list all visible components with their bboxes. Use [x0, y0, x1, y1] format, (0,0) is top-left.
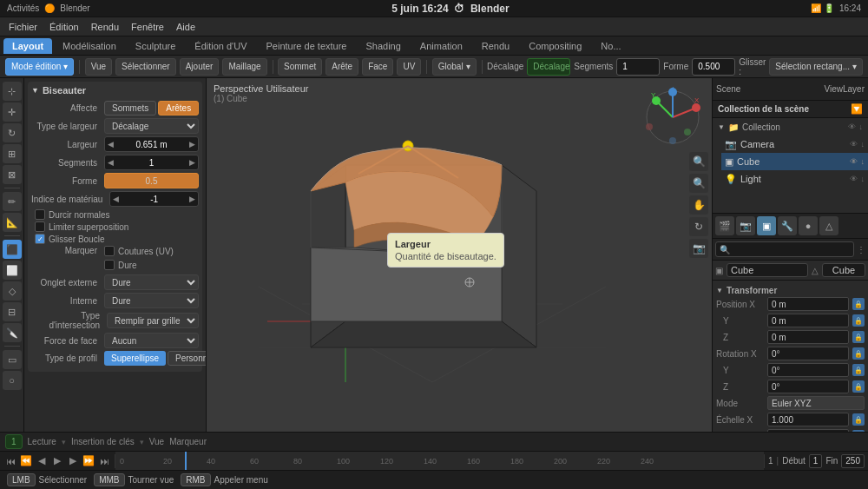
cube-vis[interactable]: 👁 — [850, 157, 858, 166]
tab-animation[interactable]: Animation — [411, 38, 471, 54]
menu-fenetre[interactable]: Fenêtre — [126, 20, 169, 34]
props-tab-scene[interactable]: 🎬 — [715, 216, 734, 235]
pos-y-value[interactable]: 0 m — [767, 314, 849, 327]
outliner-cube[interactable]: ▣ Cube 👁 ↓ — [721, 153, 868, 170]
menu-rendu[interactable]: Rendu — [86, 20, 124, 34]
menu-aide[interactable]: Aide — [171, 20, 201, 34]
btn-superellipse[interactable]: Superellipse — [104, 351, 166, 366]
tool-annotate[interactable]: ✏ — [3, 192, 22, 211]
props-options-btn[interactable]: ⋮ — [857, 245, 865, 254]
menu-edition[interactable]: Édition — [44, 20, 84, 34]
tool-cursor[interactable]: ⊹ — [3, 82, 22, 101]
tab-peinture[interactable]: Peinture de texture — [258, 38, 356, 54]
outliner-camera[interactable]: 📷 Camera 👁 ↓ — [721, 135, 868, 153]
view-layer-selector[interactable]: ViewLayer — [824, 84, 865, 94]
rot-x-value[interactable]: 0° — [767, 347, 849, 360]
rot-y-value[interactable]: 0° — [767, 363, 849, 377]
zoom-in-btn[interactable]: 🔍 — [689, 152, 708, 171]
light-sel[interactable]: ↓ — [861, 175, 865, 183]
dure-checkbox[interactable] — [104, 260, 115, 270]
transform-btn[interactable]: Global ▾ — [432, 58, 477, 76]
force-face-select[interactable]: Aucun — [104, 333, 199, 348]
tool-select-box[interactable]: ▭ — [3, 350, 22, 369]
rot-z-lock[interactable]: 🔒 — [852, 380, 865, 393]
edge-btn[interactable]: Arête — [326, 58, 358, 76]
select-btn[interactable]: Sélectionner — [115, 58, 176, 76]
cam-vis[interactable]: 👁 — [850, 140, 858, 149]
zoom-out-btn[interactable]: 🔍 — [689, 174, 708, 193]
type-intersect-select[interactable]: Remplir par grille — [107, 313, 199, 328]
timeline-track[interactable]: 0 20 40 60 80 100 120 140 160 180 200 22… — [115, 452, 764, 471]
transformer-title[interactable]: Transformer — [716, 284, 865, 297]
3d-viewport[interactable]: Perspective Utilisateur (1) Cube — [207, 78, 712, 432]
props-tab-render[interactable]: 📷 — [736, 216, 755, 235]
start-frame-input[interactable]: 1 — [809, 454, 823, 468]
pan-btn[interactable]: ✋ — [689, 195, 708, 215]
rot-z-value[interactable]: 0° — [767, 380, 849, 393]
glisser-checkbox[interactable] — [35, 234, 45, 244]
rot-y-lock[interactable]: 🔒 — [852, 364, 865, 376]
tl-next-btn[interactable]: ⏩ — [82, 454, 95, 468]
cube-sel[interactable]: ↓ — [861, 157, 865, 166]
tool-bevel[interactable]: ◇ — [3, 281, 22, 301]
tool-move[interactable]: ✛ — [3, 102, 22, 122]
rot-x-lock[interactable]: 🔒 — [852, 347, 865, 360]
biseauter-header[interactable]: Biseauter — [31, 85, 199, 96]
outliner-filter-btn[interactable]: 🔽 — [851, 103, 863, 115]
outliner-collection[interactable]: ▼ 📁 Collection 👁 ↓ — [713, 118, 868, 135]
tab-shading[interactable]: Shading — [357, 38, 409, 54]
menu-fichier[interactable]: Fichier — [3, 20, 43, 34]
pos-x-lock[interactable]: 🔒 — [852, 298, 865, 310]
tab-no[interactable]: No... — [592, 38, 629, 54]
mode-edition-btn[interactable]: Mode édition ▾ — [5, 58, 74, 76]
pos-x-value[interactable]: 0 m — [767, 297, 849, 311]
mode-select[interactable]: Euler XYZ — [767, 396, 865, 410]
scale-y-lock[interactable]: 🔒 — [852, 430, 865, 432]
segments-value[interactable]: 1 — [616, 58, 660, 76]
scale-x-lock[interactable]: 🔒 — [852, 413, 865, 426]
orbit-btn[interactable]: ↻ — [689, 217, 708, 236]
btn-personnalise[interactable]: Personnalis... — [168, 351, 207, 366]
scene-selector[interactable]: Scene — [716, 84, 740, 94]
tab-sculpture[interactable]: Sculpture — [127, 38, 184, 54]
props-tab-data[interactable]: △ — [819, 216, 838, 235]
largeur-decrement[interactable]: ◀ — [105, 140, 116, 149]
tool-measure[interactable]: 📐 — [3, 213, 22, 232]
tab-layout[interactable]: Layout — [3, 38, 52, 54]
limiter-checkbox[interactable] — [35, 221, 45, 232]
tl-step-fwd-btn[interactable]: ▶ — [66, 454, 80, 468]
btn-aretes[interactable]: Arêtes — [158, 101, 199, 116]
timeline-playhead[interactable] — [185, 452, 187, 471]
tool-rotate[interactable]: ↻ — [3, 123, 22, 142]
active-object-name[interactable]: Cube — [727, 263, 808, 277]
activities-label[interactable]: Activités — [7, 3, 39, 13]
face-btn[interactable]: Face — [362, 58, 393, 76]
props-tab-modifier[interactable]: 🔧 — [778, 216, 797, 235]
pos-z-value[interactable]: 0 m — [767, 330, 849, 344]
coutures-checkbox[interactable] — [104, 246, 115, 256]
uv-btn[interactable]: UV — [397, 58, 421, 76]
tab-compositing[interactable]: Compositing — [520, 38, 590, 54]
vertex-btn[interactable]: Sommet — [278, 58, 322, 76]
segments-input[interactable]: ◀ 1 ▶ — [104, 155, 199, 170]
camera-btn[interactable]: 📷 — [689, 239, 708, 258]
largeur-increment[interactable]: ▶ — [187, 140, 198, 149]
pos-z-lock[interactable]: 🔒 — [852, 331, 865, 343]
largeur-input[interactable]: ◀ 0.651 m ▶ — [104, 136, 199, 152]
end-frame-input[interactable]: 250 — [841, 454, 865, 468]
tool-select-circle[interactable]: ○ — [3, 371, 22, 390]
mesh-btn[interactable]: Maillage — [222, 58, 266, 76]
tl-prev-btn[interactable]: ⏪ — [19, 454, 33, 468]
mesh-name[interactable]: Cube — [822, 263, 865, 277]
viewport-gizmo[interactable]: X Y Z — [642, 87, 703, 148]
tool-scale[interactable]: ⊞ — [3, 144, 22, 163]
cam-sel[interactable]: ↓ — [861, 140, 865, 149]
props-search[interactable]: 🔍 — [715, 241, 854, 257]
forme-value-input[interactable]: 0.5 — [104, 173, 199, 188]
tab-modelisation[interactable]: Modélisation — [54, 38, 125, 54]
indice-mat-input[interactable]: ◀ -1 ▶ — [109, 191, 199, 207]
col-vis-2[interactable]: ↓ — [859, 122, 864, 131]
interne-select[interactable]: Dure — [104, 293, 199, 308]
onglet-ext-select[interactable]: Dure — [104, 274, 199, 290]
durcir-checkbox[interactable] — [35, 209, 45, 220]
